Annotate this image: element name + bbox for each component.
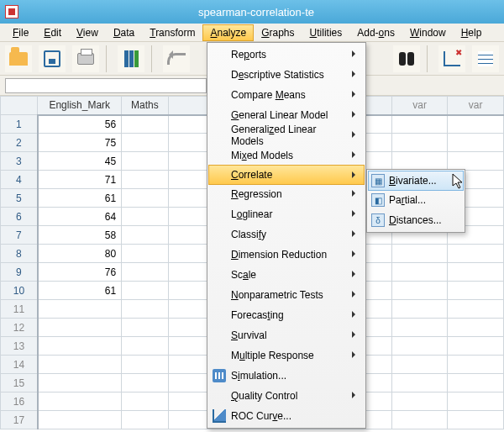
menu-help[interactable]: Help <box>454 24 490 41</box>
cell-maths[interactable] <box>122 171 168 189</box>
weight-button[interactable] <box>472 45 499 72</box>
menu-window[interactable]: Window <box>402 24 454 41</box>
menu-item-mixed-models[interactable]: Mixed Models <box>209 145 364 166</box>
cell-empty[interactable] <box>448 411 504 429</box>
cell-reference-box[interactable] <box>5 78 207 93</box>
cell-maths[interactable] <box>122 208 168 226</box>
row-header[interactable]: 15 <box>1 374 38 392</box>
cell-empty[interactable] <box>391 319 448 337</box>
cell-english[interactable] <box>38 300 122 319</box>
row-header[interactable]: 7 <box>1 226 38 245</box>
cell-empty[interactable] <box>391 115 448 134</box>
menu-item-correlate[interactable]: Correlate <box>208 165 365 185</box>
row-header[interactable]: 13 <box>1 337 38 356</box>
menu-item-dimension-reduction[interactable]: Dimension Reduction <box>209 245 364 265</box>
menu-item-compare-means[interactable]: Compare Means <box>209 85 364 105</box>
row-header[interactable]: 2 <box>1 134 38 152</box>
column-header-english[interactable]: English_Mark <box>38 97 122 115</box>
row-header[interactable]: 8 <box>1 245 38 263</box>
cell-empty[interactable] <box>448 152 504 171</box>
cell-english[interactable]: 56 <box>38 115 122 134</box>
cell-english[interactable] <box>38 337 122 356</box>
cell-english[interactable]: 58 <box>38 226 122 245</box>
row-header[interactable]: 6 <box>1 208 38 226</box>
menu-item-reports[interactable]: Reports <box>209 45 364 65</box>
menu-file[interactable]: File <box>5 24 36 41</box>
cell-maths[interactable] <box>122 263 168 282</box>
cell-english[interactable]: 80 <box>38 245 122 263</box>
cell-empty[interactable] <box>448 134 504 152</box>
cell-empty[interactable] <box>448 374 504 392</box>
cell-maths[interactable] <box>122 411 168 429</box>
menu-item-scale[interactable]: Scale <box>209 265 364 285</box>
cell-maths[interactable] <box>122 134 168 152</box>
menu-item-general-linear-model[interactable]: General Linear Model <box>209 105 364 125</box>
column-header-var[interactable]: var <box>448 97 504 115</box>
cell-empty[interactable] <box>391 411 448 429</box>
save-button[interactable] <box>39 45 66 72</box>
submenu-item-bivariate[interactable]: ▦Bivariate... <box>368 171 464 191</box>
menu-item-survival[interactable]: Survival <box>209 325 364 345</box>
cell-maths[interactable] <box>122 152 168 171</box>
menu-view[interactable]: View <box>69 24 106 41</box>
cell-empty[interactable] <box>448 319 504 337</box>
cell-maths[interactable] <box>122 245 168 263</box>
cell-maths[interactable] <box>122 300 168 319</box>
row-header[interactable]: 16 <box>1 392 38 411</box>
cell-english[interactable]: 45 <box>38 152 122 171</box>
cell-maths[interactable] <box>122 337 168 356</box>
cell-maths[interactable] <box>122 356 168 374</box>
cell-maths[interactable] <box>122 189 168 208</box>
cell-maths[interactable] <box>122 374 168 392</box>
row-header[interactable]: 5 <box>1 189 38 208</box>
submenu-item-partial[interactable]: ◧Partial... <box>369 190 463 210</box>
cell-english[interactable]: 61 <box>38 189 122 208</box>
menu-item-nonparametric-tests[interactable]: Nonparametric Tests <box>209 285 364 305</box>
cell-empty[interactable] <box>391 300 448 319</box>
cell-english[interactable]: 61 <box>38 282 122 300</box>
row-header[interactable]: 9 <box>1 263 38 282</box>
find-button[interactable] <box>393 45 420 72</box>
menu-item-regression[interactable]: Regression <box>209 184 364 204</box>
menu-utilities[interactable]: Utilities <box>302 24 350 41</box>
menu-transform[interactable]: Transform <box>142 24 202 41</box>
column-header-maths[interactable]: Maths <box>122 97 168 115</box>
menu-analyze[interactable]: Analyze <box>202 24 254 41</box>
cell-empty[interactable] <box>391 263 448 282</box>
row-header[interactable]: 3 <box>1 152 38 171</box>
cell-empty[interactable] <box>391 282 448 300</box>
menu-data[interactable]: Data <box>106 24 142 41</box>
row-header[interactable]: 11 <box>1 300 38 319</box>
cell-english[interactable] <box>38 356 122 374</box>
cell-empty[interactable] <box>448 263 504 282</box>
cell-empty[interactable] <box>448 392 504 411</box>
cell-english[interactable]: 71 <box>38 171 122 189</box>
grid-corner[interactable] <box>1 97 38 115</box>
menu-item-roc-curve[interactable]: ROC Curve... <box>209 406 364 426</box>
cell-english[interactable] <box>38 319 122 337</box>
menu-edit[interactable]: Edit <box>36 24 69 41</box>
row-header[interactable]: 14 <box>1 356 38 374</box>
cell-empty[interactable] <box>448 115 504 134</box>
cell-maths[interactable] <box>122 282 168 300</box>
cell-empty[interactable] <box>448 337 504 356</box>
menu-item-descriptive-statistics[interactable]: Descriptive Statistics <box>209 65 364 85</box>
open-button[interactable] <box>5 45 32 72</box>
cell-empty[interactable] <box>448 300 504 319</box>
cell-empty[interactable] <box>391 134 448 152</box>
cell-english[interactable] <box>38 411 122 429</box>
menu-item-generalized-linear-models[interactable]: Generalized Linear Models <box>209 125 364 145</box>
menu-item-simulation[interactable]: Simulation... <box>209 366 364 386</box>
column-header-var[interactable]: var <box>391 97 448 115</box>
cell-empty[interactable] <box>448 245 504 263</box>
cell-english[interactable]: 75 <box>38 134 122 152</box>
menu-item-forecasting[interactable]: Forecasting <box>209 305 364 325</box>
row-header[interactable]: 12 <box>1 319 38 337</box>
cell-empty[interactable] <box>391 337 448 356</box>
cell-empty[interactable] <box>391 392 448 411</box>
menu-item-loglinear[interactable]: Loglinear <box>209 204 364 224</box>
menu-graphs[interactable]: Graphs <box>254 24 302 41</box>
cell-empty[interactable] <box>391 245 448 263</box>
cell-empty[interactable] <box>391 152 448 171</box>
cell-maths[interactable] <box>122 319 168 337</box>
